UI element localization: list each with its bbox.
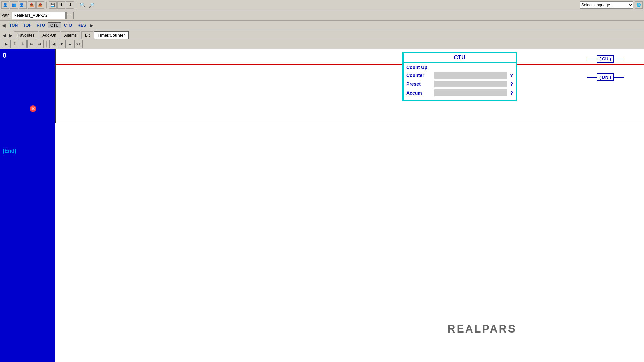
- tab-alarms[interactable]: Alarms: [61, 31, 80, 39]
- ctu-count-up-label: Count Up: [406, 65, 433, 70]
- ctu-accum-row: Accum ?: [406, 89, 513, 96]
- rung-error-icon: ✕: [30, 105, 36, 112]
- nav-start-btn[interactable]: |◀: [49, 40, 57, 48]
- instr-res[interactable]: RES: [75, 22, 88, 28]
- instr-tof[interactable]: TOF: [21, 22, 34, 28]
- ctu-counter-label: Counter: [406, 73, 433, 78]
- ctu-preset-input[interactable]: [434, 81, 507, 87]
- sep3: [46, 41, 47, 47]
- nav-mode-btn[interactable]: ▲: [66, 40, 74, 48]
- rung-down-btn[interactable]: ⇓: [19, 40, 27, 48]
- export-icon[interactable]: 📤: [36, 1, 44, 9]
- power-rail-bottom: [55, 123, 644, 123]
- left-rail: [55, 49, 56, 123]
- tab-timer-counter[interactable]: Timer/Counter: [94, 31, 129, 39]
- top-toolbar: 👤 👥 👤+ 📥 📤 💾 ⬆ ⬇ 🔍 🔎 Select language... …: [0, 0, 644, 10]
- zoom-in-icon[interactable]: 🔍: [78, 1, 87, 9]
- select-tool-btn[interactable]: ▶: [2, 40, 10, 48]
- instr-nav-right[interactable]: ▶: [89, 23, 94, 28]
- save-icon[interactable]: 💾: [49, 1, 57, 9]
- dn-line-right: [614, 77, 624, 78]
- instr-nav-left[interactable]: ◀: [1, 23, 6, 28]
- download-icon[interactable]: ⬇: [66, 1, 74, 9]
- path-input[interactable]: [12, 12, 66, 19]
- ladder-area[interactable]: CTU Count Up Counter ? Preset ?: [55, 49, 644, 362]
- rung-panel: 0 ✕ (End): [0, 49, 55, 362]
- rung-number: 0: [0, 49, 55, 62]
- person-add-icon[interactable]: 👤+: [19, 1, 27, 9]
- top-bar-right: Select language... 🌐: [580, 1, 643, 9]
- group-icon[interactable]: 👥: [10, 1, 18, 9]
- ctu-preset-label: Preset: [406, 81, 433, 87]
- tab-addon[interactable]: Add-On: [39, 31, 60, 39]
- language-select[interactable]: Select language...: [580, 1, 633, 9]
- tab-nav-right[interactable]: ▶: [8, 32, 14, 39]
- zoom-out-icon[interactable]: 🔎: [87, 1, 95, 9]
- sep1: [46, 2, 47, 8]
- instr-ctu[interactable]: CTU: [48, 22, 61, 28]
- path-label: Path:: [1, 13, 11, 18]
- ctu-accum-input[interactable]: [434, 89, 507, 96]
- contacts-icon[interactable]: 👤: [1, 1, 9, 9]
- cu-output-coil: ( CU ): [587, 55, 624, 63]
- tab-nav-left[interactable]: ◀: [1, 32, 8, 39]
- rung-up-btn[interactable]: ⇑: [10, 40, 18, 48]
- dn-line-left: [587, 77, 597, 78]
- end-label: (End): [3, 148, 16, 154]
- ctu-preset-value: ?: [510, 81, 513, 87]
- instr-ctd[interactable]: CTD: [62, 22, 75, 28]
- ctu-preset-row: Preset ?: [406, 81, 513, 87]
- power-rail-horizontal: [55, 64, 644, 65]
- rung-left-btn[interactable]: ⇐: [27, 40, 35, 48]
- tab-bit[interactable]: Bit: [81, 31, 93, 39]
- top-icon-group: 👤 👥 👤+ 📥 📤 💾 ⬆ ⬇ 🔍 🔎: [1, 1, 95, 9]
- instruction-toolbar: ◀ TON TOF RTO CTU CTD RES ▶: [0, 21, 644, 30]
- nav-prev-btn[interactable]: ▼: [58, 40, 66, 48]
- cu-line-right: [614, 59, 624, 59]
- main-area: 0 ✕ (End) CTU Count Up Counter ?: [0, 49, 644, 362]
- upload-icon[interactable]: ⬆: [57, 1, 65, 9]
- ctu-counter-row: Counter ?: [406, 72, 513, 79]
- nav-next-btn[interactable]: <>: [74, 40, 83, 48]
- ctu-accum-value: ?: [510, 90, 513, 96]
- dn-coil-label: ( DN ): [597, 73, 614, 81]
- select-tools: ▶ ⇑ ⇓ ⇐ ⇒: [2, 40, 44, 48]
- tab-favorites[interactable]: Favorites: [14, 31, 38, 39]
- path-browse-button[interactable]: ⋯: [66, 12, 74, 19]
- tabs-bar: ◀ ▶ Favorites Add-On Alarms Bit Timer/Co…: [0, 30, 644, 39]
- ctu-accum-label: Accum: [406, 90, 433, 96]
- nav-tools: |◀ ▼ ▲ <>: [49, 40, 83, 48]
- cu-line-left: [587, 59, 597, 59]
- ctu-counter-input[interactable]: [434, 72, 507, 79]
- ctu-title: CTU: [404, 53, 516, 63]
- ctu-block: CTU Count Up Counter ? Preset ?: [402, 52, 517, 101]
- instr-ton[interactable]: TON: [7, 22, 20, 28]
- watermark: REALPARS: [447, 323, 517, 335]
- import-icon[interactable]: 📥: [28, 1, 36, 9]
- dn-output-coil: ( DN ): [587, 73, 624, 81]
- edit-toolbar: ▶ ⇑ ⇓ ⇐ ⇒ |◀ ▼ ▲ <>: [0, 39, 644, 49]
- instr-rto[interactable]: RTO: [34, 22, 47, 28]
- globe-icon[interactable]: 🌐: [635, 1, 643, 9]
- ctu-counter-value: ?: [510, 73, 513, 78]
- rung-right-btn[interactable]: ⇒: [36, 40, 44, 48]
- path-bar: Path: ⋯: [0, 10, 644, 21]
- ctu-count-up-row: Count Up: [406, 65, 513, 70]
- sep2: [76, 2, 76, 8]
- ctu-body: Count Up Counter ? Preset ? Accum: [404, 63, 516, 100]
- cu-coil-label: ( CU ): [597, 55, 614, 63]
